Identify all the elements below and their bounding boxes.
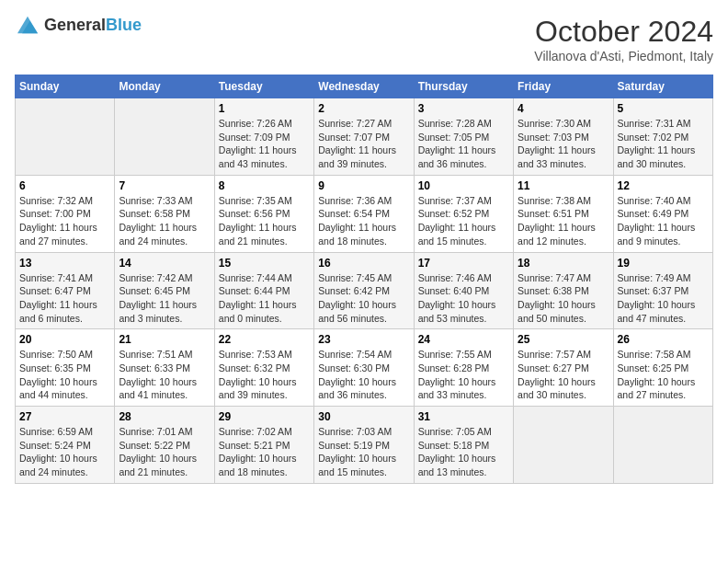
cell-text: Sunrise: 7:27 AMSunset: 7:07 PMDaylight:… — [318, 118, 396, 169]
cell-text: Sunrise: 7:40 AMSunset: 6:49 PMDaylight:… — [618, 195, 696, 247]
day-number: 6 — [19, 179, 110, 192]
day-number: 12 — [618, 179, 709, 192]
calendar-cell: 4Sunrise: 7:30 AMSunset: 7:03 PMDaylight… — [514, 98, 613, 176]
day-number: 10 — [418, 179, 509, 192]
logo-general: General — [44, 16, 106, 34]
cell-text: Sunrise: 7:57 AMSunset: 6:27 PMDaylight:… — [518, 349, 596, 400]
cell-text: Sunrise: 7:45 AMSunset: 6:42 PMDaylight:… — [318, 272, 396, 324]
week-row-1: 1Sunrise: 7:26 AMSunset: 7:09 PMDaylight… — [16, 98, 713, 176]
day-number: 23 — [318, 333, 409, 346]
day-number: 14 — [119, 257, 210, 270]
day-number: 3 — [418, 102, 509, 115]
calendar-cell: 10Sunrise: 7:37 AMSunset: 6:52 PMDayligh… — [414, 175, 513, 252]
day-number: 7 — [119, 179, 210, 192]
col-header-thursday: Thursday — [414, 75, 513, 98]
day-number: 18 — [518, 257, 609, 270]
cell-text: Sunrise: 7:26 AMSunset: 7:09 PMDaylight:… — [219, 118, 297, 169]
col-header-wednesday: Wednesday — [314, 75, 414, 98]
calendar-cell: 21Sunrise: 7:51 AMSunset: 6:33 PMDayligh… — [115, 329, 214, 407]
cell-text: Sunrise: 7:28 AMSunset: 7:05 PMDaylight:… — [418, 118, 496, 169]
week-row-2: 6Sunrise: 7:32 AMSunset: 7:00 PMDaylight… — [16, 175, 713, 252]
day-number: 11 — [518, 179, 609, 192]
cell-text: Sunrise: 7:02 AMSunset: 5:21 PMDaylight:… — [219, 426, 297, 477]
day-number: 4 — [518, 102, 609, 115]
day-number: 21 — [119, 333, 210, 346]
day-number: 1 — [219, 102, 310, 115]
col-header-saturday: Saturday — [613, 75, 712, 98]
calendar-cell: 29Sunrise: 7:02 AMSunset: 5:21 PMDayligh… — [214, 407, 313, 484]
day-number: 15 — [219, 257, 310, 270]
day-number: 22 — [219, 333, 310, 346]
col-header-monday: Monday — [115, 75, 214, 98]
calendar-cell: 7Sunrise: 7:33 AMSunset: 6:58 PMDaylight… — [115, 175, 214, 252]
cell-text: Sunrise: 7:41 AMSunset: 6:47 PMDaylight:… — [19, 272, 97, 324]
cell-text: Sunrise: 7:50 AMSunset: 6:35 PMDaylight:… — [19, 349, 97, 400]
col-header-friday: Friday — [514, 75, 613, 98]
day-number: 9 — [318, 179, 409, 192]
day-number: 25 — [518, 333, 609, 346]
logo: GeneralBlue — [15, 15, 142, 35]
calendar-cell: 20Sunrise: 7:50 AMSunset: 6:35 PMDayligh… — [16, 329, 115, 407]
day-number: 29 — [219, 410, 310, 423]
cell-text: Sunrise: 7:30 AMSunset: 7:03 PMDaylight:… — [518, 118, 596, 169]
cell-text: Sunrise: 7:38 AMSunset: 6:51 PMDaylight:… — [518, 195, 596, 247]
day-number: 19 — [618, 257, 709, 270]
logo-icon — [15, 15, 40, 35]
cell-text: Sunrise: 7:36 AMSunset: 6:54 PMDaylight:… — [318, 195, 396, 247]
calendar-cell: 9Sunrise: 7:36 AMSunset: 6:54 PMDaylight… — [314, 175, 414, 252]
title-block: October 2024 Villanova d'Asti, Piedmont,… — [534, 15, 713, 63]
page-header: GeneralBlue October 2024 Villanova d'Ast… — [15, 15, 713, 63]
day-number: 26 — [618, 333, 709, 346]
calendar-cell: 6Sunrise: 7:32 AMSunset: 7:00 PMDaylight… — [16, 175, 115, 252]
cell-text: Sunrise: 7:42 AMSunset: 6:45 PMDaylight:… — [119, 272, 197, 324]
calendar-cell: 27Sunrise: 6:59 AMSunset: 5:24 PMDayligh… — [16, 407, 115, 484]
calendar-cell: 16Sunrise: 7:45 AMSunset: 6:42 PMDayligh… — [314, 252, 414, 329]
cell-text: Sunrise: 7:53 AMSunset: 6:32 PMDaylight:… — [219, 349, 297, 400]
cell-text: Sunrise: 7:31 AMSunset: 7:02 PMDaylight:… — [618, 118, 696, 169]
calendar-cell: 2Sunrise: 7:27 AMSunset: 7:07 PMDaylight… — [314, 98, 414, 176]
calendar-cell: 22Sunrise: 7:53 AMSunset: 6:32 PMDayligh… — [214, 329, 313, 407]
cell-text: Sunrise: 7:55 AMSunset: 6:28 PMDaylight:… — [418, 349, 496, 400]
calendar-cell: 30Sunrise: 7:03 AMSunset: 5:19 PMDayligh… — [314, 407, 414, 484]
calendar-cell: 31Sunrise: 7:05 AMSunset: 5:18 PMDayligh… — [414, 407, 513, 484]
calendar-cell: 14Sunrise: 7:42 AMSunset: 6:45 PMDayligh… — [115, 252, 214, 329]
cell-text: Sunrise: 7:47 AMSunset: 6:38 PMDaylight:… — [518, 272, 596, 324]
day-number: 24 — [418, 333, 509, 346]
calendar-table: SundayMondayTuesdayWednesdayThursdayFrid… — [15, 75, 713, 484]
calendar-cell — [115, 98, 214, 176]
day-number: 5 — [618, 102, 709, 115]
week-row-3: 13Sunrise: 7:41 AMSunset: 6:47 PMDayligh… — [16, 252, 713, 329]
day-number: 31 — [418, 410, 509, 423]
calendar-cell: 28Sunrise: 7:01 AMSunset: 5:22 PMDayligh… — [115, 407, 214, 484]
header-row: SundayMondayTuesdayWednesdayThursdayFrid… — [16, 75, 713, 98]
cell-text: Sunrise: 7:05 AMSunset: 5:18 PMDaylight:… — [418, 426, 496, 477]
cell-text: Sunrise: 7:03 AMSunset: 5:19 PMDaylight:… — [318, 426, 396, 477]
calendar-cell: 15Sunrise: 7:44 AMSunset: 6:44 PMDayligh… — [214, 252, 313, 329]
col-header-tuesday: Tuesday — [214, 75, 313, 98]
calendar-cell: 12Sunrise: 7:40 AMSunset: 6:49 PMDayligh… — [613, 175, 712, 252]
calendar-cell: 23Sunrise: 7:54 AMSunset: 6:30 PMDayligh… — [314, 329, 414, 407]
calendar-cell — [514, 407, 613, 484]
cell-text: Sunrise: 7:01 AMSunset: 5:22 PMDaylight:… — [119, 426, 197, 477]
calendar-cell: 26Sunrise: 7:58 AMSunset: 6:25 PMDayligh… — [613, 329, 712, 407]
day-number: 2 — [318, 102, 409, 115]
day-number: 27 — [19, 410, 110, 423]
calendar-cell — [613, 407, 712, 484]
cell-text: Sunrise: 7:54 AMSunset: 6:30 PMDaylight:… — [318, 349, 396, 400]
cell-text: Sunrise: 7:44 AMSunset: 6:44 PMDaylight:… — [219, 272, 297, 324]
month-title: October 2024 — [534, 15, 713, 49]
calendar-cell: 19Sunrise: 7:49 AMSunset: 6:37 PMDayligh… — [613, 252, 712, 329]
day-number: 20 — [19, 333, 110, 346]
calendar-cell: 3Sunrise: 7:28 AMSunset: 7:05 PMDaylight… — [414, 98, 513, 176]
cell-text: Sunrise: 7:33 AMSunset: 6:58 PMDaylight:… — [119, 195, 197, 247]
subtitle: Villanova d'Asti, Piedmont, Italy — [534, 49, 713, 63]
cell-text: Sunrise: 6:59 AMSunset: 5:24 PMDaylight:… — [19, 426, 97, 477]
calendar-cell: 25Sunrise: 7:57 AMSunset: 6:27 PMDayligh… — [514, 329, 613, 407]
calendar-cell: 17Sunrise: 7:46 AMSunset: 6:40 PMDayligh… — [414, 252, 513, 329]
cell-text: Sunrise: 7:58 AMSunset: 6:25 PMDaylight:… — [618, 349, 696, 400]
calendar-cell: 24Sunrise: 7:55 AMSunset: 6:28 PMDayligh… — [414, 329, 513, 407]
col-header-sunday: Sunday — [16, 75, 115, 98]
calendar-cell: 8Sunrise: 7:35 AMSunset: 6:56 PMDaylight… — [214, 175, 313, 252]
cell-text: Sunrise: 7:32 AMSunset: 7:00 PMDaylight:… — [19, 195, 97, 247]
day-number: 16 — [318, 257, 409, 270]
